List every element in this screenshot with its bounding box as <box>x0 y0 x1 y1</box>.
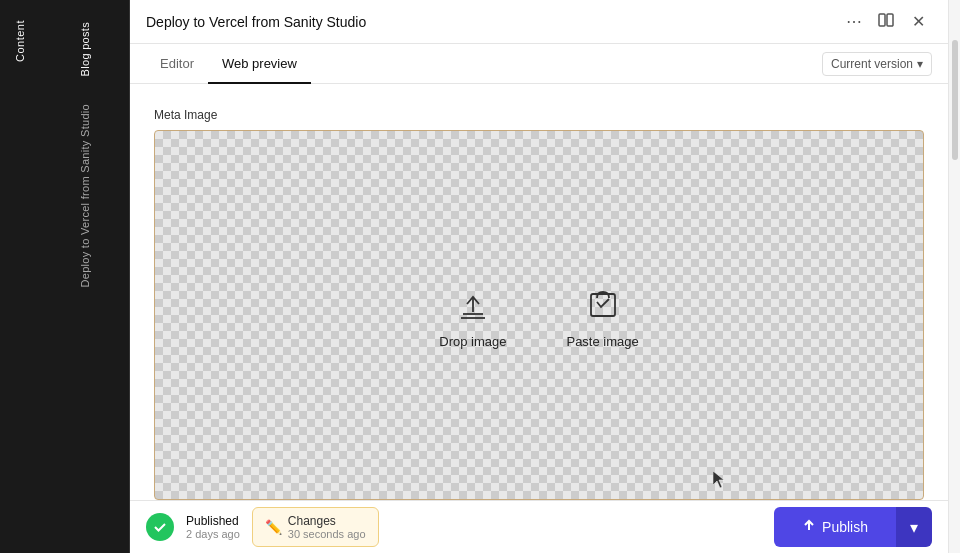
paste-image-option: Paste image <box>566 282 638 349</box>
split-view-button[interactable] <box>872 8 900 36</box>
publish-dropdown-button[interactable]: ▾ <box>896 507 932 547</box>
more-options-button[interactable]: ⋯ <box>840 8 868 36</box>
field-label-meta-image: Meta Image <box>154 108 924 122</box>
version-selector[interactable]: Current version ▾ <box>822 52 932 76</box>
tab-web-preview[interactable]: Web preview <box>208 44 311 84</box>
publish-up-icon <box>802 519 816 536</box>
chevron-down-icon: ▾ <box>917 57 923 71</box>
publish-button[interactable]: Publish <box>774 507 896 547</box>
sidebar-left: Content <box>0 0 40 553</box>
drop-image-label: Drop image <box>439 334 506 349</box>
titlebar: Deploy to Vercel from Sanity Studio ⋯ ✕ <box>130 0 948 44</box>
upload-icon <box>451 282 495 326</box>
footer-bar: Published 2 days ago ✏️ Changes 30 secon… <box>130 500 948 553</box>
close-button[interactable]: ✕ <box>904 8 932 36</box>
pencil-icon: ✏️ <box>265 519 282 535</box>
sidebar-item-deploy[interactable]: Deploy to Vercel from Sanity Studio <box>71 90 99 302</box>
changes-time: 30 seconds ago <box>288 528 366 540</box>
tabs-bar: Editor Web preview Current version ▾ <box>130 44 948 84</box>
image-upload-zone[interactable]: Drop image Paste image <box>154 130 924 500</box>
status-time: 2 days ago <box>186 528 240 540</box>
sidebar-second: Blog posts Deploy to Vercel from Sanity … <box>40 0 130 553</box>
split-icon <box>878 12 894 32</box>
page-title: Deploy to Vercel from Sanity Studio <box>146 14 832 30</box>
paste-icon <box>581 282 625 326</box>
paste-image-label: Paste image <box>566 334 638 349</box>
svg-rect-0 <box>879 14 885 26</box>
drop-image-option: Drop image <box>439 282 506 349</box>
more-icon: ⋯ <box>846 12 862 31</box>
tab-editor[interactable]: Editor <box>146 44 208 84</box>
svg-rect-1 <box>887 14 893 26</box>
changes-info: Changes 30 seconds ago <box>288 514 366 540</box>
cursor-position <box>713 471 725 493</box>
status-info: Published 2 days ago <box>186 514 240 540</box>
scroll-thumb[interactable] <box>952 40 958 160</box>
published-badge <box>146 513 174 541</box>
scrollbar-pane[interactable] <box>948 0 960 553</box>
changes-label: Changes <box>288 514 366 528</box>
publish-button-group: Publish ▾ <box>774 507 932 547</box>
close-icon: ✕ <box>912 12 925 31</box>
sidebar-item-blog-posts[interactable]: Blog posts <box>71 8 99 90</box>
version-label: Current version <box>831 57 913 71</box>
status-label: Published <box>186 514 240 528</box>
sidebar-item-content[interactable]: Content <box>8 8 32 74</box>
titlebar-actions: ⋯ ✕ <box>840 8 932 36</box>
main-panel: Deploy to Vercel from Sanity Studio ⋯ ✕ … <box>130 0 948 553</box>
publish-label: Publish <box>822 519 868 535</box>
chevron-down-publish-icon: ▾ <box>910 518 918 537</box>
content-area: Meta Image Drop image <box>130 84 948 553</box>
changes-badge[interactable]: ✏️ Changes 30 seconds ago <box>252 507 379 547</box>
